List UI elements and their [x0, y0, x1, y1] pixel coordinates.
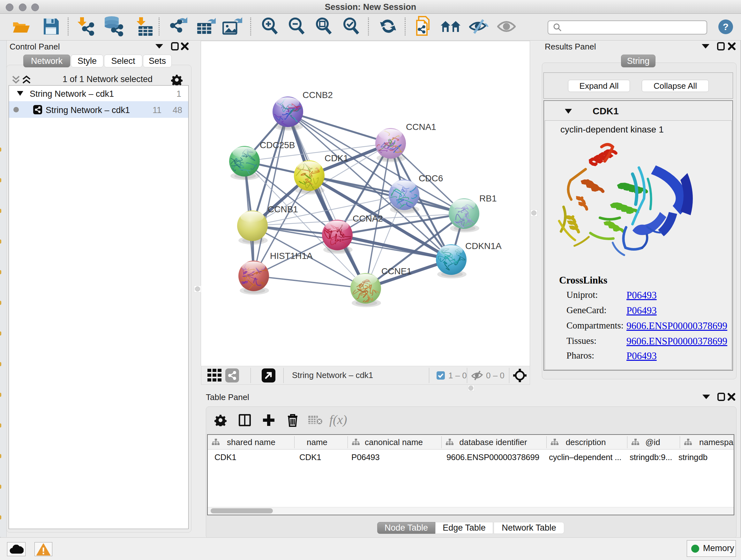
svg-text:HIST1H1A: HIST1H1A [270, 251, 313, 261]
svg-text:CDKN1A: CDKN1A [465, 241, 502, 251]
svg-text:?: ? [723, 21, 729, 32]
svg-text:CDC6: CDC6 [419, 173, 443, 183]
svg-text:CDK1: CDK1 [325, 153, 348, 163]
svg-text:RB1: RB1 [479, 193, 496, 203]
svg-text:CCNA2: CCNA2 [353, 213, 383, 224]
svg-text:CDC25B: CDC25B [260, 140, 295, 150]
svg-text:CCNB1: CCNB1 [268, 204, 298, 214]
svg-text:CCNA1: CCNA1 [406, 122, 436, 132]
svg-text:CCNE1: CCNE1 [381, 266, 412, 276]
svg-text:CCNB2: CCNB2 [302, 90, 333, 100]
